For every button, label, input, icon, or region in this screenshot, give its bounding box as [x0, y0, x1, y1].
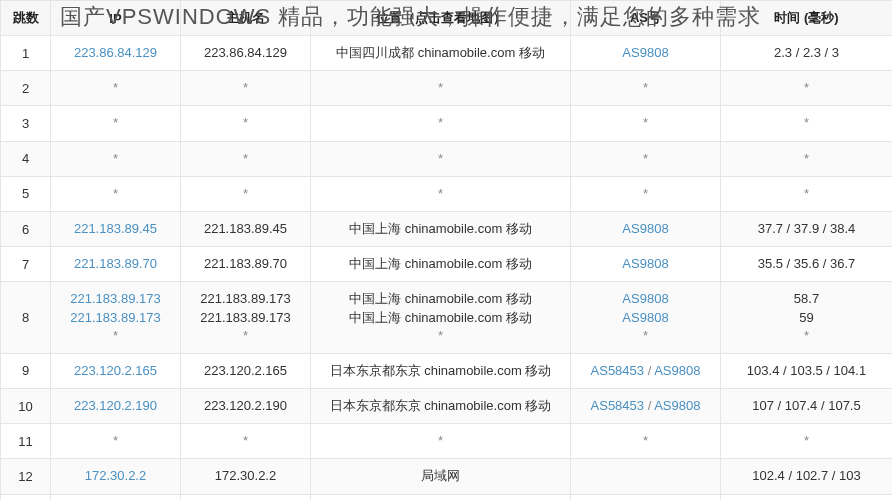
time-cell: 58.759*: [721, 282, 893, 354]
col-ip: IP: [51, 1, 181, 36]
hop-number: 12: [1, 459, 51, 494]
time-cell: 103.4 / 103.5 / 104.1: [721, 353, 893, 388]
time-cell: 37.7 / 37.9 / 38.4: [721, 211, 893, 246]
traceroute-table: 跳数 IP 主机名 位置（点击查看地图） AS号 时间 (毫秒) 1223.86…: [0, 0, 892, 500]
latency: 103.4 / 103.5 / 104.1: [725, 362, 888, 380]
asn-cell: AS9808: [571, 36, 721, 71]
location-cell: *: [311, 424, 571, 459]
latency: *: [725, 114, 888, 132]
time-cell: 107 / 107.4 / 107.5: [721, 389, 893, 424]
ip-address[interactable]: 172.30.2.2: [55, 467, 176, 485]
location-cell: 日本东京都东京 rackip.com: [311, 494, 571, 500]
asn-link[interactable]: AS9808: [622, 221, 668, 236]
location-cell: 中国四川成都 chinamobile.com 移动: [311, 36, 571, 71]
asn-link: *: [643, 186, 648, 201]
table-header-row: 跳数 IP 主机名 位置（点击查看地图） AS号 时间 (毫秒): [1, 1, 893, 36]
asn-line: *: [575, 150, 716, 168]
ip-address[interactable]: 221.183.89.173: [55, 309, 176, 327]
col-asn: AS号: [571, 1, 721, 36]
ip-cell: 172.30.2.2: [51, 459, 181, 494]
ip-address: *: [55, 432, 176, 450]
asn-link[interactable]: AS9808: [622, 310, 668, 325]
latency: *: [725, 150, 888, 168]
hostname: 221.183.89.45: [185, 220, 306, 238]
location-text[interactable]: 局域网: [315, 467, 566, 485]
location-cell: 中国上海 chinamobile.com 移动: [311, 211, 571, 246]
table-row: 6221.183.89.45221.183.89.45中国上海 chinamob…: [1, 211, 893, 246]
hop-number: 5: [1, 176, 51, 211]
latency: 59: [725, 309, 888, 327]
location-cell: *: [311, 106, 571, 141]
location-text[interactable]: 中国上海 chinamobile.com 移动: [315, 309, 566, 327]
host-cell: 223.86.84.129: [181, 36, 311, 71]
asn-link[interactable]: AS58453: [591, 398, 645, 413]
ip-address: *: [55, 150, 176, 168]
asn-link[interactable]: AS9808: [654, 398, 700, 413]
hop-number: 13: [1, 494, 51, 500]
location-cell: 日本东京都东京 chinamobile.com 移动: [311, 389, 571, 424]
location-text[interactable]: 中国上海 chinamobile.com 移动: [315, 255, 566, 273]
host-cell: 223.120.2.190: [181, 389, 311, 424]
latency: 37.7 / 37.9 / 38.4: [725, 220, 888, 238]
hostname: 223.120.2.190: [185, 397, 306, 415]
ip-address[interactable]: 223.120.2.165: [55, 362, 176, 380]
time-cell: 154.1 / 200.6 / 235.9: [721, 494, 893, 500]
ip-address[interactable]: 223.120.2.190: [55, 397, 176, 415]
ip-address: *: [55, 114, 176, 132]
asn-line: AS58453 / AS9808: [575, 362, 716, 380]
table-row: 10223.120.2.190223.120.2.190日本东京都东京 chin…: [1, 389, 893, 424]
ip-cell: 221.183.89.173221.183.89.173*: [51, 282, 181, 354]
asn-line: AS58453 / AS9808: [575, 397, 716, 415]
location-text: *: [315, 114, 566, 132]
hostname: *: [185, 185, 306, 203]
asn-line: *: [575, 327, 716, 345]
ip-cell: 221.183.89.45: [51, 211, 181, 246]
asn-cell: AS58453 / AS9808: [571, 389, 721, 424]
asn-link: *: [643, 80, 648, 95]
asn-link[interactable]: AS9808: [654, 363, 700, 378]
asn-link: *: [643, 433, 648, 448]
ip-address[interactable]: 221.183.89.70: [55, 255, 176, 273]
asn-cell: AS64050 / AS152194: [571, 494, 721, 500]
ip-cell: *: [51, 141, 181, 176]
hop-number: 9: [1, 353, 51, 388]
asn-link[interactable]: AS9808: [622, 291, 668, 306]
table-row: 9223.120.2.165223.120.2.165日本东京都东京 china…: [1, 353, 893, 388]
host-cell: *: [181, 141, 311, 176]
hostname: 223.120.2.165: [185, 362, 306, 380]
asn-line: AS9808: [575, 220, 716, 238]
location-text[interactable]: 中国四川成都 chinamobile.com 移动: [315, 44, 566, 62]
ip-address[interactable]: 221.183.89.45: [55, 220, 176, 238]
location-text[interactable]: 中国上海 chinamobile.com 移动: [315, 290, 566, 308]
asn-link[interactable]: AS9808: [622, 256, 668, 271]
hop-number: 10: [1, 389, 51, 424]
asn-cell: AS9808: [571, 247, 721, 282]
host-cell: 221.183.89.45: [181, 211, 311, 246]
ip-cell: 223.120.2.190: [51, 389, 181, 424]
hop-number: 6: [1, 211, 51, 246]
location-text: *: [315, 327, 566, 345]
ip-address: *: [55, 327, 176, 345]
location-text[interactable]: 日本东京都东京 chinamobile.com 移动: [315, 397, 566, 415]
ip-address[interactable]: 223.86.84.129: [55, 44, 176, 62]
col-hop: 跳数: [1, 1, 51, 36]
latency: *: [725, 432, 888, 450]
asn-link[interactable]: AS58453: [591, 363, 645, 378]
time-cell: *: [721, 141, 893, 176]
location-text: *: [315, 79, 566, 97]
asn-link[interactable]: AS9808: [622, 45, 668, 60]
location-text[interactable]: 中国上海 chinamobile.com 移动: [315, 220, 566, 238]
hop-number: 7: [1, 247, 51, 282]
ip-address[interactable]: 221.183.89.173: [55, 290, 176, 308]
time-cell: *: [721, 71, 893, 106]
table-row: 7221.183.89.70221.183.89.70中国上海 chinamob…: [1, 247, 893, 282]
asn-link: *: [643, 151, 648, 166]
location-cell: 日本东京都东京 chinamobile.com 移动: [311, 353, 571, 388]
time-cell: *: [721, 106, 893, 141]
asn-line: AS9808: [575, 255, 716, 273]
table-row: 8221.183.89.173221.183.89.173*221.183.89…: [1, 282, 893, 354]
host-cell: 221.183.89.173221.183.89.173*: [181, 282, 311, 354]
time-cell: 2.3 / 2.3 / 3: [721, 36, 893, 71]
location-text[interactable]: 日本东京都东京 chinamobile.com 移动: [315, 362, 566, 380]
asn-cell: *: [571, 424, 721, 459]
